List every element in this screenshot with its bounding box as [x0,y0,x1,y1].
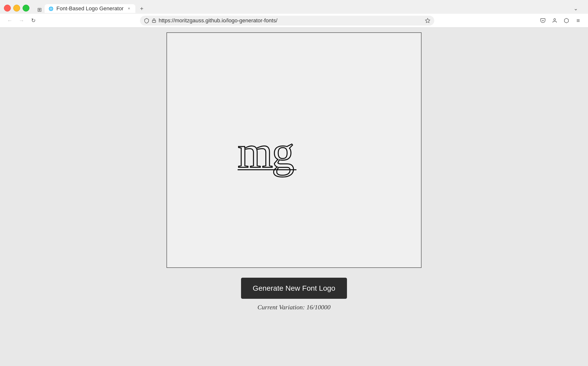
tab-close-button[interactable]: × [127,6,131,11]
profile-button[interactable] [550,16,560,26]
toolbar: ← → ↻ https://moritzgauss.github.io/logo… [0,14,588,27]
extensions-button[interactable] [562,16,571,26]
generate-button[interactable]: Generate New Font Logo [241,278,347,299]
forward-button[interactable]: → [17,16,26,26]
close-window-button[interactable] [4,5,11,12]
tab-manager-button[interactable]: ⌄ [571,4,580,13]
maximize-window-button[interactable] [23,5,29,12]
new-tab-button[interactable]: + [137,4,146,13]
tab-title: Font-Based Logo Generator [56,5,124,12]
lock-icon [152,18,156,23]
address-bar[interactable]: https://moritzgauss.github.io/logo-gener… [140,16,434,26]
variation-label: Current Variation: 16/10000 [257,304,331,311]
sidebar-toggle-button[interactable]: ⊞ [37,7,42,13]
logo-svg: mg [230,119,358,181]
logo-canvas: mg [166,32,422,268]
menu-button[interactable]: ≡ [573,16,583,26]
svg-rect-0 [152,20,156,22]
minimize-window-button[interactable] [13,5,20,12]
pocket-button[interactable] [538,16,548,26]
tab-favicon: 🌐 [49,6,53,11]
back-button[interactable]: ← [5,16,15,26]
browser-tab-active[interactable]: 🌐 Font-Based Logo Generator × [45,4,135,13]
browser-chrome: ⊞ 🌐 Font-Based Logo Generator × + ⌄ ← → [0,0,588,27]
svg-marker-1 [425,18,430,22]
security-icon [144,18,149,23]
svg-point-2 [554,18,555,20]
title-bar: ⊞ 🌐 Font-Based Logo Generator × + ⌄ [0,0,588,14]
page-content: mg Generate New Font Logo Current Variat… [0,27,588,356]
tab-bar: ⊞ 🌐 Font-Based Logo Generator × + ⌄ [33,3,584,13]
toolbar-right: ≡ [538,16,583,26]
traffic-lights [4,5,29,12]
reload-button[interactable]: ↻ [28,16,38,26]
bookmark-icon[interactable] [425,18,430,23]
url-display: https://moritzgauss.github.io/logo-gener… [159,17,422,24]
